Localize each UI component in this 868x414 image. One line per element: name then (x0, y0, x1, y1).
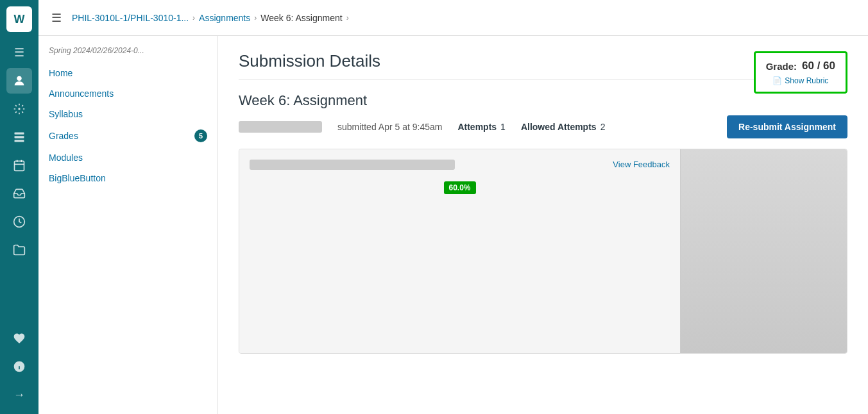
svg-rect-2 (15, 133, 24, 135)
resubmit-button[interactable]: Re-submit Assignment (727, 115, 847, 138)
grades-badge: 5 (194, 129, 207, 142)
show-rubric-label: Show Rubric (785, 76, 828, 85)
nav-grades[interactable]: Grades 5 (38, 124, 217, 147)
sidebar-item-info[interactable] (6, 354, 32, 379)
sidebar-item-help[interactable] (6, 326, 32, 351)
submission-area: View Feedback 60.0% (239, 149, 847, 354)
assignment-title: Week 6: Assignment (239, 92, 847, 109)
preview-inner (681, 149, 847, 353)
canvas-logo[interactable]: W (6, 6, 32, 32)
course-sidebar: Spring 2024/02/26/2024-0... Home Announc… (38, 36, 218, 414)
grade-line: Grade: 60 / 60 (766, 60, 835, 72)
submitted-text: submitted Apr 5 at 9:45am (337, 122, 442, 132)
svg-point-0 (17, 76, 21, 81)
breadcrumb-sep-1: › (192, 13, 195, 22)
course-label: Spring 2024/02/26/2024-0... (38, 46, 217, 63)
grade-box: Grade: 60 / 60 📄 Show Rubric (754, 51, 847, 94)
svg-rect-5 (15, 161, 24, 170)
course-nav: Home Announcements Syllabus Grades 5 Mod… (38, 63, 217, 188)
nav-syllabus[interactable]: Syllabus (38, 104, 217, 124)
nav-grades-label: Grades (49, 131, 78, 141)
breadcrumb: PHIL-3010L-1/PHIL-3010-1... › Assignment… (72, 13, 349, 23)
sidebar-item-menu[interactable]: ☰ (6, 40, 32, 65)
content-row: Spring 2024/02/26/2024-0... Home Announc… (38, 36, 868, 414)
assignment-header: Week 6: Assignment submitted Apr 5 at 9:… (239, 92, 847, 138)
sidebar-item-courses[interactable] (6, 124, 32, 150)
submission-preview (680, 149, 847, 353)
page-content: Grade: 60 / 60 📄 Show Rubric Submission … (218, 36, 868, 414)
nav-announcements[interactable]: Announcements (38, 83, 217, 104)
view-feedback-link[interactable]: View Feedback (613, 160, 670, 169)
nav-home[interactable]: Home (38, 63, 217, 83)
breadcrumb-sep-2: › (254, 13, 257, 22)
svg-rect-3 (15, 136, 24, 138)
sidebar-item-account[interactable] (6, 68, 32, 94)
menu-icon[interactable]: ☰ (51, 11, 62, 25)
show-rubric-button[interactable]: 📄 Show Rubric (766, 76, 835, 85)
score-badge: 60.0% (443, 181, 475, 194)
user-avatar-bar (239, 121, 322, 133)
submission-doc: View Feedback 60.0% (239, 149, 680, 353)
breadcrumb-assignments[interactable]: Assignments (199, 13, 250, 23)
breadcrumb-sep-3: › (346, 13, 349, 22)
nav-bigbluebutton[interactable]: BigBlueButton (38, 168, 217, 188)
doc-header-bar (250, 160, 455, 170)
sidebar-item-history[interactable] (6, 209, 32, 235)
sidebar-item-calendar[interactable] (6, 153, 32, 178)
svg-rect-4 (15, 140, 24, 142)
allowed-attempts-pair: Allowed Attempts 2 (521, 122, 606, 132)
grade-label: Grade: (766, 61, 797, 72)
sidebar-item-inbox[interactable] (6, 181, 32, 206)
topbar: ☰ PHIL-3010L-1/PHIL-3010-1... › Assignme… (38, 0, 868, 36)
allowed-attempts-value: 2 (600, 122, 606, 132)
sidebar-item-dashboard[interactable] (6, 96, 32, 122)
main-wrapper: ☰ PHIL-3010L-1/PHIL-3010-1... › Assignme… (38, 0, 868, 414)
allowed-attempts-label: Allowed Attempts (521, 122, 597, 132)
sidebar-collapse-button[interactable]: → (6, 382, 32, 408)
attempts-value: 1 (500, 122, 506, 132)
breadcrumb-course[interactable]: PHIL-3010L-1/PHIL-3010-1... (72, 13, 189, 23)
nav-modules[interactable]: Modules (38, 147, 217, 168)
svg-point-1 (18, 108, 20, 110)
rubric-icon: 📄 (772, 76, 782, 85)
attempts-pair: Attempts 1 (457, 122, 505, 132)
submission-meta: submitted Apr 5 at 9:45am Attempts 1 All… (239, 121, 605, 133)
grade-value: 60 / 60 (802, 60, 835, 72)
global-sidebar: W ☰ → (0, 0, 38, 414)
sidebar-item-files[interactable] (6, 237, 32, 263)
breadcrumb-current: Week 6: Assignment (260, 13, 342, 23)
attempts-label: Attempts (457, 122, 497, 132)
